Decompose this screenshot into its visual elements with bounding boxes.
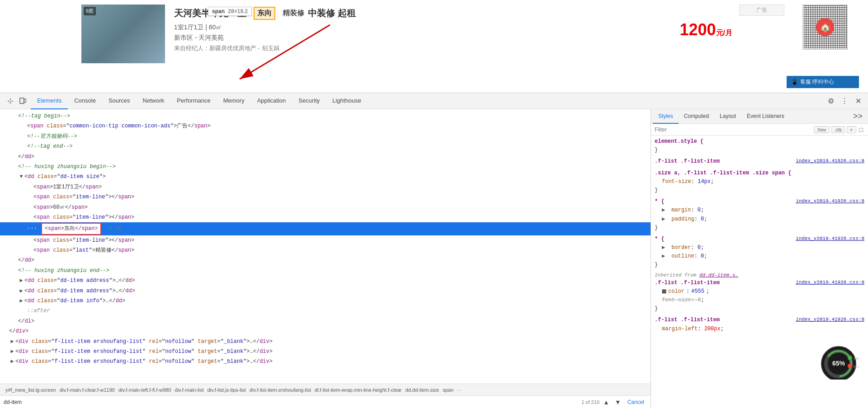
tree-line: </div> [0,326,651,336]
filter-add-btn[interactable]: + [847,126,856,133]
tab-sources[interactable]: Sources [102,93,137,109]
breadcrumb-item[interactable]: div.f-list.js-tips-list [206,387,248,393]
style-rule: .f-list .f-list-item index_v2019.41926.c… [655,279,864,314]
expand-margin[interactable]: ▶ [662,206,668,215]
expand-padding[interactable]: ▶ [662,215,668,224]
tree-line: ▶<dd class="dd-item address">…</dd> [0,286,651,296]
styles-panel: Styles Computed Layout Event Listeners >… [651,109,868,408]
styles-tab-event-listeners[interactable]: Event Listeners [741,109,790,124]
tree-line: ▶<dd class="dd-item info">…</dd> [0,296,651,306]
close-devtools-btn[interactable]: ✕ [852,95,864,108]
styles-tab-computed[interactable]: Computed [679,109,714,124]
tree-line: ::after [0,306,651,316]
tree-line: ▶<div class="f-list-item ershoufang-list… [0,356,651,366]
expand-border[interactable]: ▶ [662,244,668,252]
house-icon: 🏠 [816,18,834,36]
price-unit: 元/月 [716,29,732,37]
tree-line: <!--tag end--> [0,141,651,151]
devtools: ⊹ Elements Console Sources Network Perfo… [0,93,868,408]
search-input[interactable] [4,399,580,405]
price-value: 1200 [679,20,716,39]
breadcrumb-item[interactable]: y#f_mew_list.lg-screen [4,387,58,393]
tree-line: <!-- huxing zhuangxiu begin--> [0,162,651,172]
breadcrumb-item[interactable]: span [441,387,455,393]
filter-expand-btn[interactable]: □ [858,126,864,133]
breadcrumb-item[interactable]: dd.dd-item.size [404,387,441,393]
listing-price: 1200元/月 [679,20,732,39]
tab-lighthouse[interactable]: Lighthouse [326,93,368,109]
tree-line: <span class="item-line"></span> [0,212,651,222]
tree-line: </dd> [0,152,651,162]
style-rule: * { index_v2019.41926.css:8 ▶ border: 0;… [655,235,864,270]
breadcrumb-item[interactable]: div.f-main.f-clear.f-w1190 [58,387,117,393]
span-tag-label: span [212,8,225,14]
filter-input[interactable] [655,127,812,133]
breadcrumb-item[interactable]: div.f-list-item.ershoufang-list [248,387,313,393]
styles-tab-styles[interactable]: Styles [653,109,679,124]
settings-icon-btn[interactable]: ⚙ [825,95,837,108]
tree-line: <!-- huxing zhuangxiu end--> [0,266,651,276]
tree-line: <span class="common-icon-tip common-icon… [0,121,651,131]
network-widget: 65% 0k/s 0k/s [818,343,859,381]
tree-line: ▼<dd class="dd-item size"> [0,172,651,182]
breadcrumb-item[interactable]: ··· [455,387,463,393]
style-selector: element.style { [655,138,703,145]
tab-application[interactable]: Application [251,93,292,109]
styles-tab-layout[interactable]: Layout [714,109,741,124]
search-count: 1 of 210 [581,399,599,405]
tab-security[interactable]: Security [292,93,326,109]
device-icon-btn[interactable] [16,95,29,108]
tree-line-selected[interactable]: ··· <span>东向</span> == $0 [0,222,651,235]
ad-box: 广告 [739,5,784,16]
style-rule: .f-list .f-list-item index_v2019.41926.c… [655,316,864,333]
style-rule: * { index_v2019.41926.css:8 ▶ margin: 0;… [655,197,864,232]
service-banner: 📱 客服 呼叫中心 [787,76,859,88]
search-bar: 1 of 210 ▲ ▼ Cancel [0,395,651,408]
tab-console[interactable]: Console [68,93,102,109]
tree-line: <span>1室1厅1卫</span> [0,182,651,192]
filter-cls-btn[interactable]: .cls [831,126,845,133]
listing-image: 6图 [81,5,165,63]
tree-line: </dd> [0,255,651,265]
filter-bar: :hov .cls + □ [651,124,868,136]
svg-text:0k/s: 0k/s [854,365,859,369]
svg-rect-3 [24,99,26,103]
tree-line: <!--官方核验码--> [0,131,651,141]
breadcrumb-item[interactable]: div.f-main-list [173,387,206,393]
svg-point-9 [848,364,852,368]
svg-text:65%: 65% [832,360,845,367]
tree-line: ▶<div class="f-list-item ershoufang-list… [0,347,651,356]
span-size: 28×19.2 [228,8,248,14]
tab-performance[interactable]: Performance [170,93,217,109]
tab-network[interactable]: Network [137,93,171,109]
breadcrumb-item[interactable]: dl.f-list-item-wrap.min-line-height.f-cl… [313,387,404,393]
color-swatch[interactable] [662,289,666,294]
qr-code: 🏠 [802,5,848,50]
tree-line: <span class="item-line"></span> [0,192,651,202]
listing-title-row: 天河美半年苑一室 span 28×19.2 东向 精装修 中装修 起租 [174,7,787,20]
styles-tab-more-btn[interactable]: >> [849,112,866,121]
listing-title-suffix: 中装修 起租 [308,7,356,19]
span-tooltip: span 28×19.2 [208,7,252,16]
listing-decoration: 精装修 [283,9,304,18]
tab-memory[interactable]: Memory [217,93,251,109]
svg-point-8 [848,356,852,360]
listing-agent: 来自经纪人：新疆房优优房地产 - 别玉娟 [174,44,787,52]
qr-area: 🏠 📱 客服 呼叫中心 [787,5,863,90]
search-prev-btn[interactable]: ▲ [601,398,611,407]
filter-hov-btn[interactable]: :hov [814,126,830,133]
tab-elements[interactable]: Elements [31,93,68,109]
tree-line: ▶<dd class="dd-item address">…</dd> [0,276,651,286]
style-rule: .f-list .f-list-item index_v2019.41926.c… [655,157,864,166]
styles-tabs: Styles Computed Layout Event Listeners >… [651,109,868,124]
devtools-toolbar: ⊹ Elements Console Sources Network Perfo… [0,93,868,109]
more-options-btn[interactable]: ⋮ [838,95,851,108]
search-next-btn[interactable]: ▼ [613,398,623,407]
search-cancel-btn[interactable]: Cancel [625,398,647,406]
tree-line: <!--tag begin--> [0,111,651,121]
cursor-icon-btn[interactable]: ⊹ [4,95,16,108]
breadcrumb-item[interactable]: div.f-main-left.f-fl.f-w980 [117,387,173,393]
image-count: 6图 [84,7,96,15]
inherited-from-link[interactable]: dd.dd-item.s… [699,272,738,278]
expand-outline[interactable]: ▶ [662,252,668,261]
